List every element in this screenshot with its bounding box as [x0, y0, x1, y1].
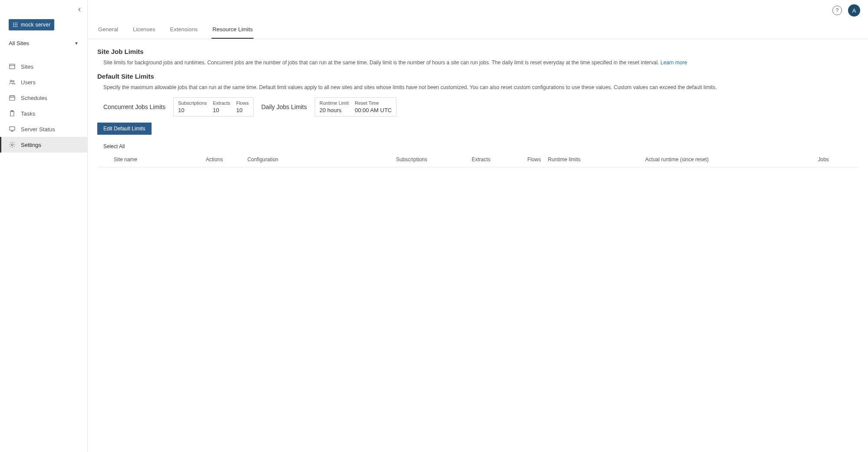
col-site-name[interactable]: Site name: [110, 152, 185, 167]
section-title-default-site-limits: Default Site Limits: [97, 73, 858, 80]
limit-head: Subscriptions: [178, 100, 207, 106]
brand-icon: [12, 22, 18, 28]
avatar[interactable]: A: [848, 4, 860, 17]
limit-col: Reset Time00:00 AM UTC: [355, 100, 392, 113]
sidebar-item-server-status[interactable]: Server Status: [0, 121, 87, 137]
svg-point-13: [11, 144, 13, 146]
content-area: ? A GeneralLicensesExtensionsResource Li…: [88, 0, 868, 452]
col-actions: Actions: [185, 152, 244, 167]
sidebar-item-settings[interactable]: Settings: [0, 137, 87, 153]
brand-logo: mock server: [0, 0, 87, 37]
col-flows[interactable]: Flows: [494, 152, 545, 167]
monitor-icon: [9, 126, 16, 133]
limit-value: 00:00 AM UTC: [355, 107, 392, 113]
chevron-down-icon: ▼: [74, 41, 79, 46]
concurrent-limits-box: Subscriptions10Extracts10Flows10: [173, 97, 254, 116]
users-icon: [9, 79, 16, 86]
limit-value: 20 hours: [320, 107, 349, 113]
limit-col: Extracts10: [213, 100, 230, 113]
tabs: GeneralLicensesExtensionsResource Limits: [88, 21, 868, 39]
gear-icon: [9, 141, 16, 148]
tab-extensions[interactable]: Extensions: [169, 21, 199, 39]
tab-general[interactable]: General: [97, 21, 119, 39]
learn-more-link[interactable]: Learn more: [660, 60, 687, 66]
calendar-icon: [9, 94, 16, 101]
svg-point-2: [10, 80, 12, 82]
concurrent-limits-label: Concurrent Jobs Limits: [103, 103, 165, 110]
col-jobs[interactable]: Jobs: [814, 152, 858, 167]
svg-rect-4: [10, 96, 15, 100]
limits-row: Concurrent Jobs Limits Subscriptions10Ex…: [103, 97, 858, 116]
col-checkbox: [97, 152, 110, 167]
sidebar-item-label: Settings: [21, 142, 41, 148]
clipboard-icon: [9, 110, 16, 117]
sidebar-item-label: Users: [21, 79, 36, 86]
window-icon: [9, 63, 16, 70]
col-runtime-limits[interactable]: Runtime limits: [545, 152, 642, 167]
sidebar-item-label: Server Status: [21, 126, 55, 133]
section-title-site-job-limits: Site Job Limits: [97, 48, 858, 55]
tab-licenses[interactable]: Licenses: [132, 21, 156, 39]
sidebar-item-label: Schedules: [21, 95, 47, 101]
col-subscriptions[interactable]: Subscriptions: [337, 152, 431, 167]
limit-value: 10: [236, 107, 249, 113]
sidebar-item-tasks[interactable]: Tasks: [0, 106, 87, 121]
limit-head: Flows: [236, 100, 249, 106]
brand-text: mock server: [21, 22, 51, 28]
limit-value: 10: [178, 107, 207, 113]
sidebar-item-label: Tasks: [21, 110, 35, 117]
main-panel: Site Job Limits Site limits for backgrou…: [88, 39, 868, 452]
daily-limits-box: Runtime Limit20 hoursReset Time00:00 AM …: [315, 97, 397, 116]
limit-head: Extracts: [213, 100, 230, 106]
col-extracts[interactable]: Extracts: [431, 152, 494, 167]
limit-col: Runtime Limit20 hours: [320, 100, 349, 113]
svg-point-3: [13, 80, 14, 82]
edit-default-limits-button[interactable]: Edit Default Limits: [97, 123, 152, 135]
site-selector[interactable]: All Sites ▼: [0, 37, 87, 53]
limit-head: Runtime Limit: [320, 100, 349, 106]
collapse-sidebar-button[interactable]: [76, 6, 83, 14]
limit-head: Reset Time: [355, 100, 392, 106]
svg-rect-0: [10, 64, 15, 69]
sidebar-item-label: Sites: [21, 63, 33, 70]
section-desc-default-site-limits: Specify the maximum allowable jobs that …: [103, 83, 858, 91]
limit-col: Subscriptions10: [178, 100, 207, 113]
sidebar-nav: SitesUsersSchedulesTasksServer StatusSet…: [0, 59, 87, 153]
section-desc-site-job-limits: Site limits for background jobs and runt…: [103, 59, 858, 66]
sidebar-item-sites[interactable]: Sites: [0, 59, 87, 74]
select-all-link[interactable]: Select All: [103, 143, 125, 150]
svg-rect-10: [10, 127, 15, 130]
sidebar-item-users[interactable]: Users: [0, 74, 87, 90]
tab-resource-limits[interactable]: Resource Limits: [211, 21, 254, 39]
topbar: ? A: [88, 0, 868, 21]
col-configuration[interactable]: Configuration: [244, 152, 337, 167]
site-selector-label: All Sites: [9, 40, 29, 47]
sidebar-item-schedules[interactable]: Schedules: [0, 90, 87, 106]
sidebar: mock server All Sites ▼ SitesUsersSchedu…: [0, 0, 88, 452]
limit-value: 10: [213, 107, 230, 113]
limit-col: Flows10: [236, 100, 249, 113]
help-icon[interactable]: ?: [832, 6, 842, 15]
sites-table: Site name Actions Configuration Subscrip…: [97, 152, 858, 167]
daily-limits-label: Daily Jobs Limits: [261, 103, 307, 110]
col-actual-runtime[interactable]: Actual runtime (since reset): [642, 152, 815, 167]
